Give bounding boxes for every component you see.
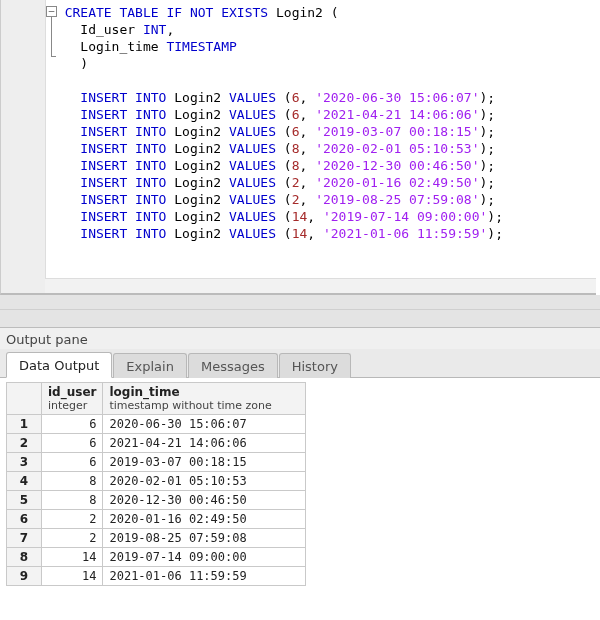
tab-messages[interactable]: Messages (188, 353, 278, 378)
column-header-id-user[interactable]: id_user integer (42, 383, 103, 415)
table-row[interactable]: 262021-04-21 14:06:06 (7, 434, 306, 453)
cell-id-user[interactable]: 6 (42, 415, 103, 434)
table-row[interactable]: 582020-12-30 00:46:50 (7, 491, 306, 510)
cell-login-time[interactable]: 2019-07-14 09:00:00 (103, 548, 306, 567)
row-number[interactable]: 8 (7, 548, 42, 567)
row-number[interactable]: 2 (7, 434, 42, 453)
cell-login-time[interactable]: 2019-03-07 00:18:15 (103, 453, 306, 472)
row-number[interactable]: 5 (7, 491, 42, 510)
output-pane-label: Output pane (0, 328, 600, 349)
cell-login-time[interactable]: 2020-12-30 00:46:50 (103, 491, 306, 510)
table-row[interactable]: 362019-03-07 00:18:15 (7, 453, 306, 472)
cell-id-user[interactable]: 8 (42, 491, 103, 510)
column-header-label: login_time (109, 385, 179, 399)
grid-corner (7, 383, 42, 415)
output-tabs: Data Output Explain Messages History (0, 349, 600, 378)
cell-login-time[interactable]: 2020-02-01 05:10:53 (103, 472, 306, 491)
cell-login-time[interactable]: 2020-06-30 15:06:07 (103, 415, 306, 434)
cell-login-time[interactable]: 2021-01-06 11:59:59 (103, 567, 306, 586)
column-header-type: integer (48, 399, 96, 412)
editor-horizontal-scrollbar[interactable] (45, 278, 596, 293)
sql-code[interactable]: CREATE TABLE IF NOT EXISTS Login2 ( Id_u… (45, 0, 596, 242)
result-grid-wrap: id_user integer login_time timestamp wit… (0, 378, 600, 590)
row-number[interactable]: 4 (7, 472, 42, 491)
table-row[interactable]: 162020-06-30 15:06:07 (7, 415, 306, 434)
column-header-type: timestamp without time zone (109, 399, 299, 412)
editor-gutter (1, 0, 46, 293)
table-row[interactable]: 482020-02-01 05:10:53 (7, 472, 306, 491)
result-grid[interactable]: id_user integer login_time timestamp wit… (6, 382, 306, 586)
cell-id-user[interactable]: 14 (42, 567, 103, 586)
editor-content[interactable]: CREATE TABLE IF NOT EXISTS Login2 ( Id_u… (45, 0, 596, 293)
tab-explain[interactable]: Explain (113, 353, 187, 378)
cell-id-user[interactable]: 8 (42, 472, 103, 491)
sql-editor[interactable]: − CREATE TABLE IF NOT EXISTS Login2 ( Id… (0, 0, 596, 295)
tab-history[interactable]: History (279, 353, 351, 378)
row-number[interactable]: 7 (7, 529, 42, 548)
column-header-login-time[interactable]: login_time timestamp without time zone (103, 383, 306, 415)
row-number[interactable]: 1 (7, 415, 42, 434)
cell-login-time[interactable]: 2020-01-16 02:49:50 (103, 510, 306, 529)
cell-id-user[interactable]: 2 (42, 510, 103, 529)
column-header-label: id_user (48, 385, 96, 399)
row-number[interactable]: 3 (7, 453, 42, 472)
table-row[interactable]: 622020-01-16 02:49:50 (7, 510, 306, 529)
table-row[interactable]: 8142019-07-14 09:00:00 (7, 548, 306, 567)
pane-splitter[interactable] (0, 295, 600, 328)
cell-login-time[interactable]: 2019-08-25 07:59:08 (103, 529, 306, 548)
cell-id-user[interactable]: 14 (42, 548, 103, 567)
cell-id-user[interactable]: 6 (42, 453, 103, 472)
row-number[interactable]: 9 (7, 567, 42, 586)
cell-login-time[interactable]: 2021-04-21 14:06:06 (103, 434, 306, 453)
tab-data-output[interactable]: Data Output (6, 352, 112, 378)
row-number[interactable]: 6 (7, 510, 42, 529)
cell-id-user[interactable]: 2 (42, 529, 103, 548)
cell-id-user[interactable]: 6 (42, 434, 103, 453)
table-row[interactable]: 722019-08-25 07:59:08 (7, 529, 306, 548)
table-row[interactable]: 9142021-01-06 11:59:59 (7, 567, 306, 586)
